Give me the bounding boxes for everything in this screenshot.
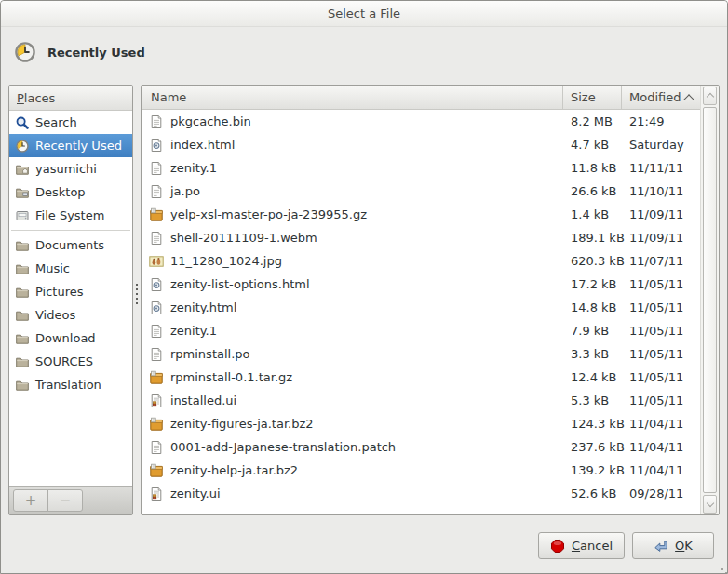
- sidebar-item-file-system[interactable]: File System: [9, 204, 132, 227]
- scroll-up-button[interactable]: [703, 87, 717, 105]
- sidebar-item-desktop[interactable]: Desktop: [9, 180, 132, 204]
- file-modified-cell: 11/07/11: [622, 254, 700, 268]
- file-name: shell-20111109-1.webm: [170, 231, 317, 245]
- file-modified-cell: 11/05/11: [622, 324, 700, 338]
- text-file-icon: [149, 161, 164, 176]
- file-size-cell: 7.9 kB: [563, 324, 622, 338]
- column-header-size[interactable]: Size: [563, 86, 622, 110]
- column-header-row: Name Size Modified: [142, 86, 700, 110]
- places-sidebar: Places SearchRecently UsedyasumichiDeskt…: [8, 85, 133, 515]
- sidebar-item-search[interactable]: Search: [9, 111, 132, 134]
- file-modified-cell: 11/05/11: [622, 300, 700, 314]
- file-row[interactable]: pkgcache.bin8.2 MB21:49: [142, 110, 700, 133]
- recently-used-icon: [15, 139, 30, 154]
- file-row[interactable]: zenity.html14.8 kB11/05/11: [142, 296, 700, 319]
- text-file-icon: [149, 440, 164, 455]
- file-name-cell: zenity.html: [142, 300, 563, 315]
- sidebar-item-music[interactable]: Music: [9, 257, 132, 280]
- file-modified-cell: 21:49: [622, 114, 700, 128]
- file-size-cell: 3.3 kB: [563, 347, 622, 361]
- file-row[interactable]: index.html4.7 kBSaturday: [142, 133, 700, 156]
- file-row[interactable]: shell-20111109-1.webm189.1 kB11/09/11: [142, 226, 700, 249]
- file-name: zenity.html: [170, 300, 236, 314]
- file-name: zenity-figures-ja.tar.bz2: [170, 417, 314, 431]
- dialog-content: Places SearchRecently UsedyasumichiDeskt…: [8, 85, 720, 515]
- file-modified-cell: 11/11/11: [622, 161, 700, 175]
- sidebar-item-recently-used[interactable]: Recently Used: [9, 134, 132, 157]
- file-row[interactable]: installed.ui5.3 kB11/05/11: [142, 389, 700, 412]
- column-header-modified[interactable]: Modified: [622, 86, 700, 110]
- file-name-cell: pkgcache.bin: [142, 114, 563, 129]
- sidebar-item-documents[interactable]: Documents: [9, 234, 132, 257]
- file-row[interactable]: rpminstall-0.1.tar.gz12.4 kB11/05/11: [142, 366, 700, 389]
- file-name-cell: rpminstall-0.1.tar.gz: [142, 370, 563, 385]
- splitter-grip-icon: [136, 284, 138, 286]
- sidebar-item-pictures[interactable]: Pictures: [9, 280, 132, 303]
- file-size-cell: 237.6 kB: [563, 440, 622, 454]
- sidebar-item-sources[interactable]: SOURCES: [9, 350, 132, 373]
- file-row[interactable]: zenity-help-ja.tar.bz2139.2 kB11/04/11: [142, 459, 700, 482]
- sidebar-item-label: Pictures: [35, 285, 83, 299]
- file-size-cell: 8.2 MB: [563, 114, 622, 128]
- sidebar-item-yasumichi[interactable]: yasumichi: [9, 157, 132, 180]
- file-row[interactable]: rpminstall.po3.3 kB11/05/11: [142, 342, 700, 366]
- folder-icon: [15, 308, 30, 323]
- dialog-action-area: Cancel OK: [538, 532, 714, 559]
- folder-icon: [15, 331, 30, 346]
- html-file-icon: [149, 300, 164, 315]
- file-modified-cell: 09/28/11: [622, 487, 700, 501]
- chevron-up-icon: [706, 93, 713, 100]
- file-size-cell: 17.2 kB: [563, 277, 622, 291]
- titlebar[interactable]: Select a File: [1, 1, 727, 27]
- text-file-icon: [149, 231, 164, 246]
- file-modified-cell: 11/04/11: [622, 440, 700, 454]
- file-row[interactable]: 11_1280_1024.jpg620.3 kB11/07/11: [142, 249, 700, 273]
- sidebar-item-download[interactable]: Download: [9, 327, 132, 350]
- file-row[interactable]: zenity-list-options.html17.2 kB11/05/11: [142, 273, 700, 296]
- file-row[interactable]: zenity.ui52.6 kB09/28/11: [142, 482, 700, 505]
- scroll-down-button[interactable]: [703, 495, 717, 514]
- file-modified-cell: 11/09/11: [622, 231, 700, 245]
- ok-icon: [654, 539, 668, 554]
- folder-icon: [15, 238, 30, 253]
- file-modified-cell: 11/04/11: [622, 463, 700, 477]
- file-list-frame: Name Size Modified pkgcache.bin8.2 MB21:…: [141, 85, 720, 515]
- html-file-icon: [149, 277, 164, 292]
- file-size-cell: 139.2 kB: [563, 463, 622, 477]
- file-list: Name Size Modified pkgcache.bin8.2 MB21:…: [142, 86, 700, 514]
- ok-button[interactable]: OK: [632, 532, 714, 559]
- file-row[interactable]: zenity-figures-ja.tar.bz2124.3 kB11/04/1…: [142, 412, 700, 435]
- places-list: SearchRecently UsedyasumichiDesktopFile …: [9, 111, 132, 486]
- sidebar-item-translation[interactable]: Translation: [9, 373, 132, 396]
- file-row[interactable]: 0001-add-Japanese-translation.patch237.6…: [142, 435, 700, 459]
- scrollbar-thumb[interactable]: [703, 107, 717, 493]
- file-row[interactable]: yelp-xsl-master-po-ja-239955.gz1.4 kB11/…: [142, 203, 700, 226]
- places-header[interactable]: Places: [9, 86, 132, 111]
- file-name-cell: zenity-help-ja.tar.bz2: [142, 463, 563, 478]
- resize-grip[interactable]: [721, 568, 723, 570]
- pane-splitter[interactable]: [133, 85, 141, 515]
- file-size-cell: 189.1 kB: [563, 231, 622, 245]
- text-file-icon: [149, 184, 164, 199]
- vertical-scrollbar[interactable]: [700, 86, 719, 514]
- file-name-cell: 0001-add-Japanese-translation.patch: [142, 440, 563, 455]
- sidebar-item-videos[interactable]: Videos: [9, 303, 132, 327]
- text-file-icon: [149, 347, 164, 362]
- file-name-cell: index.html: [142, 138, 563, 153]
- file-size-cell: 1.4 kB: [563, 207, 622, 221]
- file-row[interactable]: zenity.17.9 kB11/05/11: [142, 319, 700, 342]
- file-size-cell: 12.4 kB: [563, 370, 622, 384]
- file-row[interactable]: ja.po26.6 kB11/10/11: [142, 180, 700, 203]
- places-toolbar: + −: [9, 486, 132, 514]
- remove-place-button[interactable]: −: [47, 489, 83, 512]
- html-file-icon: [149, 138, 164, 153]
- add-place-button[interactable]: +: [13, 489, 48, 512]
- file-name-cell: rpminstall.po: [142, 347, 563, 362]
- file-row[interactable]: zenity.111.8 kB11/11/11: [142, 156, 700, 180]
- image-file-icon: [149, 254, 164, 269]
- file-name-cell: zenity.1: [142, 324, 563, 339]
- column-header-name[interactable]: Name: [142, 86, 563, 110]
- file-name: zenity.ui: [170, 487, 221, 501]
- cancel-icon: [550, 539, 565, 554]
- cancel-button[interactable]: Cancel: [538, 532, 625, 559]
